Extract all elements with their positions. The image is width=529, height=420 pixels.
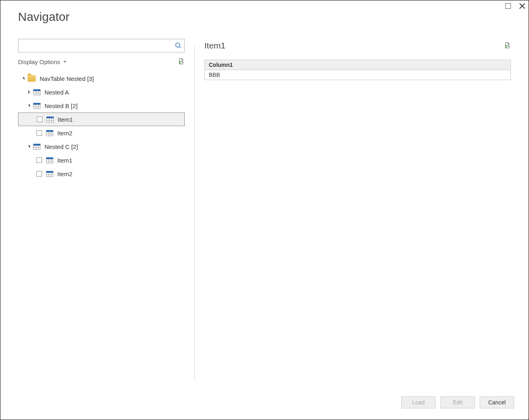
load-button[interactable]: Load [401,396,436,408]
checkbox[interactable] [36,130,42,136]
window-controls [505,3,525,9]
svg-point-0 [176,43,180,47]
chevron-down-icon [63,61,67,63]
expand-icon[interactable] [28,90,30,94]
table-icon [33,144,40,150]
tree-leaf-item2-c[interactable]: Item2 [18,167,185,181]
tree-leaf-item1-c[interactable]: Item1 [18,153,185,167]
navigator-dialog: Navigator Display Options [0,0,529,420]
tree-root-label: NavTable Nested [3] [40,75,94,82]
tree-leaf-label: Item1 [57,157,73,164]
dialog-title: Navigator [18,10,69,24]
dialog-body: Display Options NavTable Nested [3] [18,39,511,380]
preview-col-header[interactable]: Column1 [205,60,511,70]
search-icon[interactable] [175,42,182,49]
refresh-preview-icon[interactable] [504,42,511,49]
collapse-icon[interactable] [28,145,30,148]
checkbox[interactable] [36,171,42,177]
table-icon [46,157,53,163]
edit-button[interactable]: Edit [440,396,475,408]
refresh-icon[interactable] [178,58,185,65]
display-options-dropdown[interactable]: Display Options [18,58,67,65]
tree-node-label: Nested B [2] [44,102,78,109]
search-input[interactable] [22,42,175,49]
preview-table: Column1 BBB [204,60,511,80]
tree-leaf-label: Item2 [57,171,73,177]
search-box[interactable] [18,39,185,52]
nav-tree: NavTable Nested [3] Nested A Nested B [2… [18,72,185,181]
tree-leaf-label: Item1 [58,116,73,123]
cancel-button[interactable]: Cancel [480,396,514,408]
collapse-icon[interactable] [22,77,24,80]
collapse-icon[interactable] [28,104,30,107]
display-options-label: Display Options [18,58,60,65]
maximize-icon[interactable] [505,3,511,9]
table-icon [46,171,53,177]
checkbox[interactable] [37,117,42,122]
table-icon [46,130,53,136]
tree-leaf-label: Item2 [57,130,73,137]
tree-leaf-item2-b[interactable]: Item2 [18,126,185,140]
dialog-footer: Load Edit Cancel [401,396,514,408]
tree-node-label: Nested C [2] [44,143,78,150]
right-pane: Item1 Column1 BBB [195,39,511,380]
tree-node-nested-b[interactable]: Nested B [2] [18,99,185,113]
tree-root[interactable]: NavTable Nested [3] [18,72,185,85]
checkbox[interactable] [36,157,42,163]
left-pane: Display Options NavTable Nested [3] [18,39,194,380]
table-icon [33,103,40,109]
options-row: Display Options [18,58,185,65]
table-icon [33,89,40,95]
tree-leaf-item1-b[interactable]: Item1 [18,113,185,126]
folder-icon [28,75,36,82]
close-icon[interactable] [519,3,525,9]
preview-title: Item1 [204,41,226,50]
preview-header: Item1 [204,39,511,52]
tree-node-label: Nested A [44,89,69,96]
svg-line-1 [179,46,181,48]
tree-node-nested-c[interactable]: Nested C [2] [18,140,185,153]
table-icon [46,117,54,123]
table-row[interactable]: BBB [205,70,511,80]
tree-node-nested-a[interactable]: Nested A [18,85,185,99]
preview-cell: BBB [205,70,511,80]
